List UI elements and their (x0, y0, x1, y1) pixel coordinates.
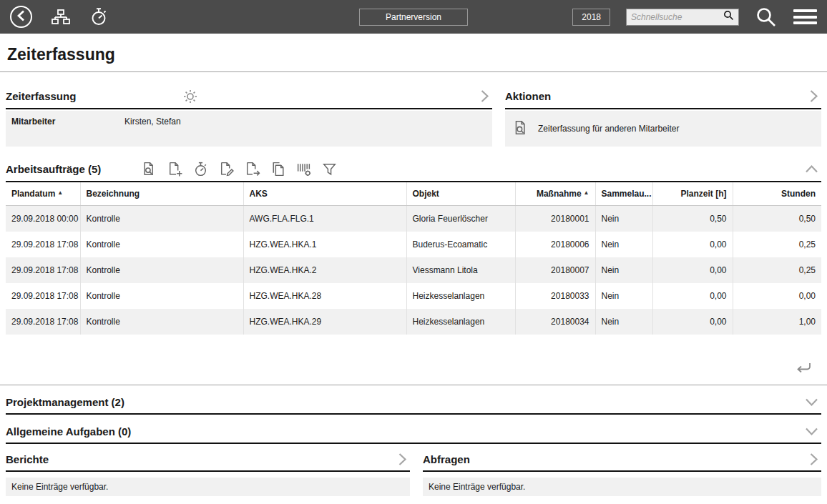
panel-title-aktionen: Aktionen (505, 90, 551, 102)
table-cell: 0,50 (652, 206, 733, 232)
mitarbeiter-label: Mitarbeiter (11, 117, 124, 127)
chevron-up-icon[interactable] (805, 164, 821, 174)
preview-document-icon[interactable] (141, 161, 157, 177)
topbar: Partnerversion 2018 (0, 0, 827, 34)
table-cell: Gloria Feuerlöscher (406, 206, 515, 232)
chevron-down-icon (805, 427, 821, 436)
section-title-projektmanagement: Projektmanagement (2) (6, 396, 124, 408)
table-cell: Kontrolle (80, 309, 243, 335)
sort-asc-icon: ▲ (584, 189, 589, 196)
add-document-icon[interactable] (167, 161, 183, 177)
chevron-left-icon (17, 10, 25, 24)
table-cell: Nein (595, 257, 652, 283)
chevron-right-icon[interactable] (809, 89, 821, 103)
table-cell: 29.09.2018 17:08 (6, 257, 80, 283)
chevron-right-icon[interactable] (398, 453, 410, 466)
table-cell: Nein (595, 309, 652, 335)
column-header-planzeit[interactable]: Planzeit [h] (652, 182, 733, 206)
table-cell: Kontrolle (80, 283, 243, 309)
table-cell: 0,00 (652, 232, 733, 257)
table-cell: 0,00 (652, 283, 733, 309)
arbeitsauftraege-toolbar (141, 161, 338, 177)
copy-document-icon[interactable] (270, 161, 286, 177)
table-cell: 0,00 (652, 309, 733, 335)
hierarchy-icon[interactable] (51, 9, 71, 26)
table-cell: 29.09.2018 17:08 (6, 309, 80, 335)
section-projektmanagement[interactable]: Projektmanagement (2) (6, 391, 821, 415)
table-cell: 20180033 (515, 283, 595, 309)
mitarbeiter-value: Kirsten, Stefan (124, 117, 181, 127)
partnerversion-button[interactable]: Partnerversion (359, 9, 468, 26)
berichte-empty-message: Keine Einträge verfügbar. (6, 478, 410, 496)
section-title-arbeitsauftraege: Arbeitsaufträge (5) (6, 163, 101, 175)
table-row[interactable]: 29.09.2018 17:08KontrolleHZG.WEA.HKA.2Vi… (6, 257, 821, 283)
table-cell: Viessmann Litola (406, 257, 515, 283)
table-cell: 20180007 (515, 257, 595, 283)
chevron-down-icon (805, 397, 821, 407)
stopwatch-icon[interactable] (89, 7, 108, 26)
table-cell: Kontrolle (80, 257, 243, 283)
column-header-stunden[interactable]: Stunden (733, 182, 821, 206)
table-row[interactable]: 29.09.2018 17:08KontrolleHZG.WEA.HKA.1Bu… (6, 232, 821, 257)
quick-search (626, 9, 739, 26)
filter-icon[interactable] (321, 161, 338, 177)
table-cell: HZG.WEA.HKA.1 (243, 232, 406, 257)
section-title-allgemeine-aufgaben: Allgemeine Aufgaben (0) (6, 425, 131, 438)
back-button[interactable] (10, 6, 32, 28)
return-icon[interactable] (794, 361, 813, 379)
column-header-aks[interactable]: AKS (243, 182, 406, 206)
table-cell: Nein (595, 283, 652, 309)
panel-title-zeiterfassung: Zeiterfassung (6, 90, 76, 102)
column-header-sammelauftrag[interactable]: Sammelau... (595, 182, 652, 206)
chevron-right-icon[interactable] (480, 89, 492, 103)
edit-document-icon[interactable] (218, 161, 235, 177)
sort-asc-icon: ▲ (57, 189, 63, 196)
table-cell: HZG.WEA.HKA.28 (243, 283, 406, 309)
action-zeiterfassung-anderer-mitarbeiter[interactable]: Zeiterfassung für anderen Mitarbeiter (505, 111, 821, 147)
stopwatch-icon[interactable] (192, 161, 209, 177)
table-row[interactable]: 29.09.2018 17:08KontrolleHZG.WEA.HKA.28H… (6, 283, 821, 309)
gear-icon[interactable] (183, 89, 197, 107)
year-badge[interactable]: 2018 (572, 9, 610, 26)
table-row[interactable]: 29.09.2018 00:00KontrolleAWG.FLA.FLG.1Gl… (6, 206, 821, 232)
chevron-right-icon[interactable] (809, 453, 821, 466)
table-cell: 0,50 (733, 206, 821, 232)
arbeitsauftraege-table: Plandatum▲ Bezeichnung AKS Objekt Maßnah… (6, 182, 821, 335)
search-icon-large[interactable] (755, 6, 778, 29)
transfer-document-icon[interactable] (244, 161, 260, 177)
barcode-settings-icon[interactable] (295, 161, 312, 177)
column-header-plandatum[interactable]: Plandatum▲ (6, 182, 80, 206)
table-cell: 20180006 (515, 232, 595, 257)
column-header-objekt[interactable]: Objekt (406, 182, 515, 206)
table-cell: 29.09.2018 00:00 (6, 206, 80, 232)
table-cell: 1,00 (733, 309, 821, 335)
column-header-bezeichnung[interactable]: Bezeichnung (80, 182, 243, 206)
table-cell: 29.09.2018 17:08 (6, 232, 80, 257)
panel-aktionen: Aktionen Zeiterfassung für anderen Mitar… (505, 84, 821, 147)
section-arbeitsauftraege: Arbeitsaufträge (5) (6, 157, 821, 385)
table-cell: 29.09.2018 17:08 (6, 283, 80, 309)
document-search-icon (512, 119, 529, 139)
table-cell: 20180034 (515, 309, 595, 335)
column-header-massnahme[interactable]: Maßnahme▲ (515, 182, 595, 206)
search-icon[interactable] (723, 10, 734, 24)
table-row[interactable]: 29.09.2018 17:08KontrolleHZG.WEA.HKA.29H… (6, 309, 821, 335)
abfragen-empty-message: Keine Einträge verfügbar. (423, 478, 821, 496)
menu-icon[interactable] (793, 6, 817, 28)
table-header-row: Plandatum▲ Bezeichnung AKS Objekt Maßnah… (6, 182, 821, 206)
table-cell: Nein (595, 232, 652, 257)
section-allgemeine-aufgaben[interactable]: Allgemeine Aufgaben (0) (6, 420, 821, 444)
panel-zeiterfassung: Zeiterfassung Mitarbeiter Kirsten, S (6, 84, 492, 147)
table-cell: Kontrolle (80, 206, 243, 232)
table-cell: HZG.WEA.HKA.2 (243, 257, 406, 283)
table-cell: Nein (595, 206, 652, 232)
page-title: Zeiterfassung (6, 34, 821, 71)
table-cell: Heizkesselanlagen (406, 309, 515, 335)
mitarbeiter-field: Mitarbeiter Kirsten, Stefan (6, 111, 492, 147)
table-cell: Heizkesselanlagen (406, 283, 515, 309)
action-label: Zeiterfassung für anderen Mitarbeiter (538, 124, 679, 134)
panel-title-berichte: Berichte (6, 453, 49, 465)
quick-search-input[interactable] (631, 12, 723, 22)
title-divider (0, 71, 827, 72)
panel-title-abfragen: Abfragen (423, 453, 470, 465)
